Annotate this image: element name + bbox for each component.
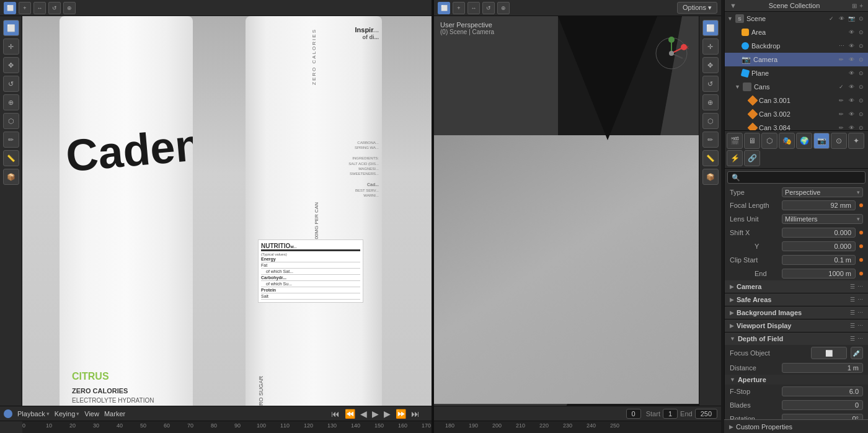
jump-end-btn[interactable]: ⏭ <box>411 409 420 419</box>
tool-add[interactable]: 📦 <box>3 169 19 185</box>
camera-eye-icon[interactable]: 👁 <box>847 55 856 64</box>
focus-eyedrop-btn[interactable]: 💉 <box>851 347 863 359</box>
background-images-header[interactable]: ▶ Background Images ☰ ⋯ <box>725 306 868 319</box>
toolbar-right-move[interactable]: ↔ <box>467 2 480 14</box>
scene-item-cans[interactable]: ▼ Cans ✓ 👁 ⊙ <box>725 80 868 94</box>
focal-length-value[interactable]: 92 mm <box>782 200 856 210</box>
scene-eye-icon[interactable]: 👁 <box>837 14 846 23</box>
toolbar-cursor-btn[interactable]: + <box>19 2 31 14</box>
aperture-header[interactable]: ▼ Aperture <box>725 375 868 385</box>
scene-item-can3084[interactable]: ▶ Can 3.084 ✏ 👁 ⊙ <box>725 121 868 130</box>
prop-constraints-icon[interactable]: 🔗 <box>744 150 760 166</box>
can3084-eye-icon[interactable]: 👁 <box>847 123 856 130</box>
prop-particles-icon[interactable]: ✦ <box>848 133 864 149</box>
vp-display-list-icon[interactable]: ☰ <box>850 323 855 329</box>
dof-dots-icon[interactable]: ⋯ <box>857 336 863 342</box>
can3002-edit-icon[interactable]: ✏ <box>837 110 846 118</box>
viewport-display-header[interactable]: ▶ Viewport Display ☰ ⋯ <box>725 319 868 332</box>
vp-display-dots-icon[interactable]: ⋯ <box>857 323 863 329</box>
cans-check-icon[interactable]: ✓ <box>837 83 846 91</box>
tool-cursor[interactable]: ✛ <box>3 38 19 55</box>
play-btn[interactable]: ▶ <box>372 409 379 419</box>
toolbar-scale-btn[interactable]: ⊕ <box>63 2 76 14</box>
plane-render-icon[interactable]: ⊙ <box>857 69 866 78</box>
properties-search[interactable] <box>725 169 868 186</box>
tool-measure[interactable]: 📏 <box>3 150 19 166</box>
bg-images-dots-icon[interactable]: ⋯ <box>857 310 863 316</box>
tool-move[interactable]: ✥ <box>3 57 19 73</box>
timeline-numbers-bar[interactable]: 0 10 20 30 40 50 60 70 80 90 100 110 120… <box>22 421 721 433</box>
camera-section-dots-icon[interactable]: ⋯ <box>857 283 863 290</box>
scene-add-icon[interactable]: + <box>859 2 863 9</box>
can3001-edit-icon[interactable]: ✏ <box>837 96 846 105</box>
backdrop-eye-icon[interactable]: 👁 <box>847 42 856 50</box>
engine-selector[interactable] <box>4 409 12 418</box>
toolbar-select-btn[interactable]: ⬜ <box>4 2 16 14</box>
prop-object-data-icon[interactable]: 📷 <box>813 133 830 149</box>
scene-item-camera[interactable]: ▶ 📷 Camera ✏ 👁 ⊙ <box>725 53 868 66</box>
can3001-eye-icon[interactable]: 👁 <box>847 96 856 105</box>
scene-item-scene[interactable]: ▼ S Scene ✓ 👁 📷 ⊙ <box>725 12 868 25</box>
blades-value[interactable]: 0 <box>782 400 863 410</box>
toolbar-right-select[interactable]: ⬜ <box>438 2 450 14</box>
lens-unit-select[interactable]: Millimeters ▾ <box>782 214 863 224</box>
vp-tool-add[interactable]: 📦 <box>702 169 719 185</box>
current-frame-indicator[interactable]: 0 <box>626 409 641 419</box>
viewport-left[interactable]: Cadence™ CITRUS ZERO CALORIES ELECTROLYT… <box>22 16 432 407</box>
end-frame[interactable]: 250 <box>695 409 717 419</box>
can3002-eye-icon[interactable]: 👁 <box>847 110 856 118</box>
vp-tool-cursor[interactable]: ✛ <box>702 38 719 55</box>
prop-world-icon[interactable]: 🌍 <box>796 133 812 149</box>
focal-length-keyframe[interactable] <box>859 203 863 207</box>
camera-section-header[interactable]: ▶ Camera ☰ ⋯ <box>725 280 868 293</box>
clip-end-value[interactable]: 1000 m <box>782 269 856 279</box>
area-render-icon[interactable]: ⊙ <box>857 28 866 37</box>
tool-rotate[interactable]: ↺ <box>3 76 19 92</box>
dof-list-icon[interactable]: ☰ <box>850 336 855 342</box>
prop-output-icon[interactable]: 🖥 <box>744 133 760 149</box>
backdrop-render-icon[interactable]: ⊙ <box>857 42 866 50</box>
vp-tool-move[interactable]: ✥ <box>702 57 719 73</box>
shift-x-keyframe[interactable] <box>859 231 863 234</box>
can3084-edit-icon[interactable]: ✏ <box>837 123 846 130</box>
keying-menu[interactable]: Keying ▾ <box>55 410 80 417</box>
jump-start-btn[interactable]: ⏮ <box>331 409 340 419</box>
marker-menu[interactable]: Marker <box>104 410 125 417</box>
safe-areas-header[interactable]: ▶ Safe Areas ☰ ⋯ <box>725 293 868 306</box>
prop-scene-icon[interactable]: 🎭 <box>779 133 795 149</box>
scene-item-plane[interactable]: ▶ Plane 👁 ⊙ <box>725 66 868 80</box>
tool-annotate[interactable]: ✏ <box>3 132 19 148</box>
camera-section-list-icon[interactable]: ☰ <box>850 283 855 290</box>
playback-menu[interactable]: Playback ▾ <box>17 410 50 417</box>
scene-render-icon[interactable]: ⊙ <box>857 14 866 23</box>
next-key-btn[interactable]: ▶ <box>384 409 391 419</box>
backdrop-filter-icon[interactable]: ⋯ <box>837 42 846 50</box>
camera-render-icon[interactable]: ⊙ <box>857 55 866 64</box>
cans-render-icon[interactable]: ⊙ <box>857 83 866 91</box>
cans-eye-icon[interactable]: 👁 <box>847 83 856 91</box>
prev-frame-btn[interactable]: ⏪ <box>345 409 355 419</box>
shift-y-value[interactable]: 0.000 <box>782 241 856 251</box>
safe-areas-dots-icon[interactable]: ⋯ <box>857 297 863 303</box>
toolbar-right-rotate[interactable]: ↺ <box>482 2 495 14</box>
vp-tool-annotate[interactable]: ✏ <box>702 132 719 148</box>
can3001-render-icon[interactable]: ⊙ <box>857 96 866 105</box>
clip-end-keyframe[interactable] <box>859 272 863 275</box>
area-eye-icon[interactable]: 👁 <box>847 28 856 37</box>
tool-select[interactable]: ⬜ <box>3 20 19 36</box>
viewport-right[interactable]: User Perspective (0) Scene | Camera X Y … <box>434 16 721 407</box>
scene-camera-ctrl-icon[interactable]: 📷 <box>847 14 856 23</box>
vp-tool-transform[interactable]: ⬡ <box>702 113 719 129</box>
vp-tool-scale[interactable]: ⊕ <box>702 94 719 110</box>
prop-physics-icon[interactable]: ⚡ <box>727 150 743 166</box>
tool-transform[interactable]: ⬡ <box>3 113 19 129</box>
toolbar-right-cursor[interactable]: + <box>453 2 465 14</box>
view-menu[interactable]: View <box>84 410 99 417</box>
camera-edit-icon[interactable]: ✏ <box>837 55 846 64</box>
viewport-gizmo[interactable]: X Y <box>653 35 690 72</box>
dof-header[interactable]: ▼ Depth of Field ☰ ⋯ <box>725 333 868 345</box>
scene-filter-icon[interactable]: ⊞ <box>852 2 857 9</box>
plane-eye-icon[interactable]: 👁 <box>847 69 856 78</box>
scene-item-area[interactable]: ▶ Area 👁 ⊙ <box>725 25 868 39</box>
vp-tool-measure[interactable]: 📏 <box>702 150 719 166</box>
